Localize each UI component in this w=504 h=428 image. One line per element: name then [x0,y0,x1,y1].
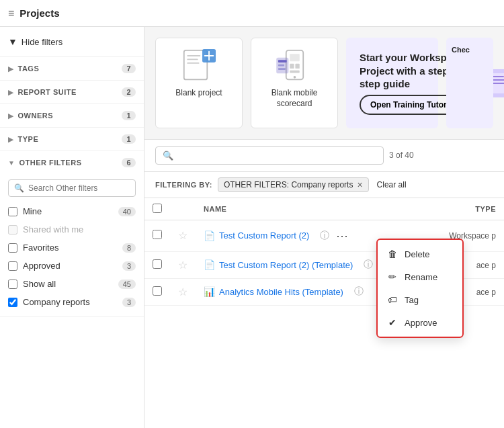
svg-rect-3 [187,62,199,64]
company-reports-label: Company reports [23,297,90,307]
approve-label: Approve [405,318,437,328]
rename-label: Rename [405,272,437,282]
checklist-card[interactable]: Chec [446,38,493,128]
approve-icon: ✔ [387,317,398,328]
row3-checkbox[interactable] [153,286,162,296]
chevron-down-icon: ▼ [8,159,15,167]
filtering-row: FILTERING BY: OTHER FILTERS: Company rep… [144,172,504,198]
search-icon: 🔍 [14,183,24,193]
svg-rect-14 [278,60,286,62]
row1-star-cell: ☆ [170,220,196,251]
report-mobile-icon: 📊 [204,286,215,297]
mine-label: Mine [23,206,42,216]
sidebar: ▼ Hide filters ▶ TAGS 7 ▶ REPORT SUITE 2 [0,27,144,428]
row3-star-icon[interactable]: ☆ [178,286,187,298]
filter-section-report-suite: ▶ REPORT SUITE 2 [0,81,144,104]
row2-info-icon[interactable]: ⓘ [364,259,373,271]
favorites-label: Favorites [23,243,58,253]
company-reports-badge: 3 [122,298,136,307]
blank-project-card[interactable]: Blank project [155,38,243,128]
filter-section-owners-header[interactable]: ▶ OWNERS 1 [0,104,144,127]
type-label: TYPE [18,135,39,143]
svg-rect-15 [278,65,284,67]
clear-all-button[interactable]: Clear all [377,180,407,189]
favorites-checkbox[interactable] [8,243,17,253]
row2-name-link[interactable]: Test Custom Report (2) (Template) [219,260,353,270]
other-filters-search-bar[interactable]: 🔍 [8,179,136,197]
row2-checkbox-cell [144,251,170,278]
delete-icon: 🗑 [387,249,398,259]
app-header: ≡ Projects [0,0,504,27]
type-badge: 1 [122,134,136,144]
row1-more-button[interactable]: ⋯ [332,227,352,245]
row1-info-icon[interactable]: ⓘ [320,230,329,242]
filter-item-company-reports: Company reports 3 [8,293,136,311]
blank-mobile-card[interactable]: Blank mobile scorecard [251,38,338,128]
row3-actions: ⓘ [349,286,364,298]
filter-item-show-all: Show all 45 [8,275,136,293]
row1-checkbox[interactable] [153,230,162,239]
tag-label: Tag [405,295,419,305]
approved-label: Approved [23,261,60,271]
menu-icon[interactable]: ≡ [8,7,14,19]
svg-rect-8 [290,54,300,61]
row3-name-link[interactable]: Analytics Mobile Hits (Template) [219,287,343,297]
other-filters-label: OTHER FILTERS [19,159,81,167]
context-menu-tag[interactable]: 🏷 Tag [378,288,462,311]
company-reports-checkbox[interactable] [8,298,17,307]
filter-section-type-header[interactable]: ▶ TYPE 1 [0,128,144,151]
hide-filters-button[interactable]: ▼ Hide filters [0,27,144,57]
approved-checkbox[interactable] [8,261,17,271]
row3-checkbox-cell [144,278,170,305]
filter-item-favorites: Favorites 8 [8,239,136,257]
report-suite-badge: 2 [122,87,136,97]
search-bar[interactable]: 🔍 [155,146,384,165]
filter-section-tags-header[interactable]: ▶ TAGS 7 [0,57,144,80]
blank-project-svg [181,49,218,83]
select-all-checkbox[interactable] [153,204,162,213]
filter-icon: ▼ [8,36,17,47]
context-menu-delete[interactable]: 🗑 Delete [378,243,462,265]
row2-type-text: ace p [476,261,496,270]
search-input[interactable] [177,151,376,161]
remove-filter-button[interactable]: × [357,180,362,189]
row1-actions: ⓘ ⋯ [314,227,352,245]
filter-item-approved: Approved 3 [8,257,136,275]
shared-with-me-checkbox[interactable] [8,225,17,234]
chevron-right-icon: ▶ [8,136,14,143]
context-menu-rename[interactable]: ✏ Rename [378,265,462,288]
mine-checkbox[interactable] [8,207,17,216]
filter-section-other-filters-header[interactable]: ▼ OTHER FILTERS 6 [0,151,144,174]
context-menu: 🗑 Delete ✏ Rename 🏷 Tag [376,239,464,338]
chevron-right-icon: ▶ [8,112,14,120]
row2-star-icon[interactable]: ☆ [178,259,187,271]
main-container: ▼ Hide filters ▶ TAGS 7 ▶ REPORT SUITE 2 [0,27,504,428]
other-filters-search-input[interactable] [28,183,130,193]
context-menu-approve[interactable]: ✔ Approve [378,311,462,334]
row1-name-link[interactable]: Test Custom Report (2) [219,230,309,241]
favorites-badge: 8 [122,243,136,253]
shared-with-me-label: Shared with me [23,224,83,234]
table-header: NAME TYPE [144,198,504,220]
row2-star-cell: ☆ [170,251,196,278]
show-all-checkbox[interactable] [8,280,17,289]
blank-mobile-label: Blank mobile scorecard [259,88,329,109]
filter-section-report-suite-header[interactable]: ▶ REPORT SUITE 2 [0,81,144,103]
checklist-title: Chec [452,46,488,54]
report-suite-label: REPORT SUITE [18,88,77,96]
mine-badge: 40 [118,207,136,216]
filter-section-type: ▶ TYPE 1 [0,128,144,151]
row2-checkbox[interactable] [153,259,162,269]
delete-label: Delete [405,249,430,259]
th-star [170,198,196,220]
rename-icon: ✏ [387,271,398,282]
svg-rect-16 [278,68,285,70]
approved-badge: 3 [122,261,136,271]
tags-label: TAGS [18,65,40,73]
row3-info-icon[interactable]: ⓘ [354,286,364,298]
table-row: ☆ 📄 Test Custom Report (2) ⓘ ⋯ [144,220,504,251]
report-doc-icon: 📄 [204,230,215,241]
active-filter-tag: OTHER FILTERS: Company reports × [218,177,369,192]
table-body: ☆ 📄 Test Custom Report (2) ⓘ ⋯ [144,220,504,305]
row1-star-icon[interactable]: ☆ [178,230,187,241]
